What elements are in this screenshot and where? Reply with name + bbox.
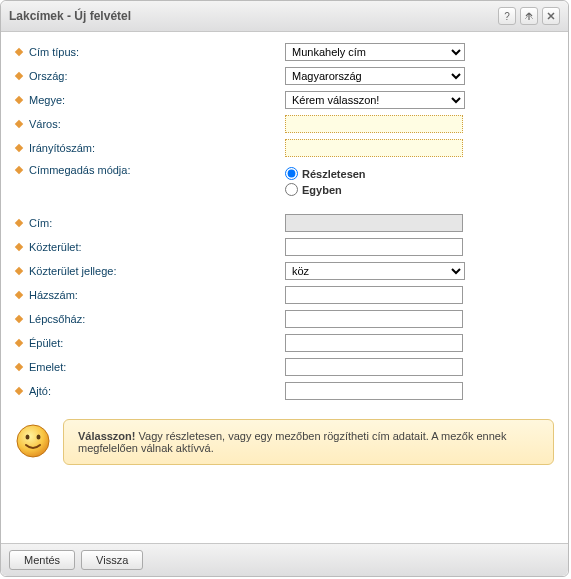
bullet-icon [15,219,23,227]
dialog-window: Lakcímek - Új felvétel ? Cím típus: Munk… [0,0,569,577]
row-ajto: Ajtó: [15,381,554,401]
input-hazszam[interactable] [285,286,463,304]
bullet-icon [15,315,23,323]
row-emelet: Emelet: [15,357,554,377]
label-lepcsohaz: Lépcsőház: [29,313,85,325]
label-emelet: Emelet: [29,361,66,373]
input-kozterulet[interactable] [285,238,463,256]
bullet-icon [15,120,23,128]
hint-bubble: Válasszon! Vagy részletesen, vagy egy me… [63,419,554,465]
row-hazszam: Házszám: [15,285,554,305]
smiley-icon [15,423,51,459]
footer: Mentés Vissza [1,543,568,576]
row-kozterulet: Közterület: [15,237,554,257]
input-epulet[interactable] [285,334,463,352]
bullet-icon [15,72,23,80]
radio-reszletesen-label: Részletesen [302,168,366,180]
row-cim: Cím: [15,213,554,233]
row-epulet: Épület: [15,333,554,353]
label-kozterulet: Közterület: [29,241,82,253]
label-cim-tipus: Cím típus: [29,46,79,58]
select-orszag[interactable]: Magyarország [285,67,465,85]
row-orszag: Ország: Magyarország [15,66,554,86]
row-cimmegadas: Címmegadás módja: Részletesen Egyben [15,162,554,203]
radio-egyben[interactable]: Egyben [285,183,366,196]
label-epulet: Épület: [29,337,63,349]
label-cimmegadas: Címmegadás módja: [29,164,131,176]
help-icon[interactable]: ? [498,7,516,25]
row-cim-tipus: Cím típus: Munkahely cím [15,42,554,62]
form-body: Cím típus: Munkahely cím Ország: Magyaro… [1,32,568,543]
svg-point-2 [37,434,41,439]
radio-reszletesen-input[interactable] [285,167,298,180]
bullet-icon [15,166,23,174]
label-orszag: Ország: [29,70,68,82]
label-kozterulet-jellege: Közterület jellege: [29,265,116,277]
back-button[interactable]: Vissza [81,550,143,570]
bullet-icon [15,144,23,152]
titlebar-controls: ? [498,7,560,25]
label-cim: Cím: [29,217,52,229]
label-varos: Város: [29,118,61,130]
row-kozterulet-jellege: Közterület jellege: köz [15,261,554,281]
bullet-icon [15,291,23,299]
label-megye: Megye: [29,94,65,106]
hint-text: Vagy részletesen, vagy egy mezőben rögzí… [78,430,506,454]
row-lepcsohaz: Lépcsőház: [15,309,554,329]
label-iranyitoszam: Irányítószám: [29,142,95,154]
input-lepcsohaz[interactable] [285,310,463,328]
titlebar: Lakcímek - Új felvétel ? [1,1,568,32]
label-hazszam: Házszám: [29,289,78,301]
input-varos[interactable] [285,115,463,133]
input-ajto[interactable] [285,382,463,400]
bullet-icon [15,96,23,104]
radio-egyben-input[interactable] [285,183,298,196]
row-megye: Megye: Kérem válasszon! [15,90,554,110]
select-cim-tipus[interactable]: Munkahely cím [285,43,465,61]
maximize-icon[interactable] [520,7,538,25]
input-cim [285,214,463,232]
select-kozterulet-jellege[interactable]: köz [285,262,465,280]
row-varos: Város: [15,114,554,134]
save-button[interactable]: Mentés [9,550,75,570]
bullet-icon [15,267,23,275]
bullet-icon [15,48,23,56]
bullet-icon [15,387,23,395]
input-iranyitoszam[interactable] [285,139,463,157]
svg-point-1 [26,434,30,439]
svg-point-0 [17,425,49,457]
hint-box: Válasszon! Vagy részletesen, vagy egy me… [15,419,554,465]
select-megye[interactable]: Kérem válasszon! [285,91,465,109]
bullet-icon [15,339,23,347]
close-icon[interactable] [542,7,560,25]
hint-bold: Válasszon! [78,430,135,442]
bullet-icon [15,363,23,371]
window-title: Lakcímek - Új felvétel [9,9,131,23]
bullet-icon [15,243,23,251]
radio-egyben-label: Egyben [302,184,342,196]
input-emelet[interactable] [285,358,463,376]
radio-reszletesen[interactable]: Részletesen [285,167,366,180]
label-ajto: Ajtó: [29,385,51,397]
row-iranyitoszam: Irányítószám: [15,138,554,158]
